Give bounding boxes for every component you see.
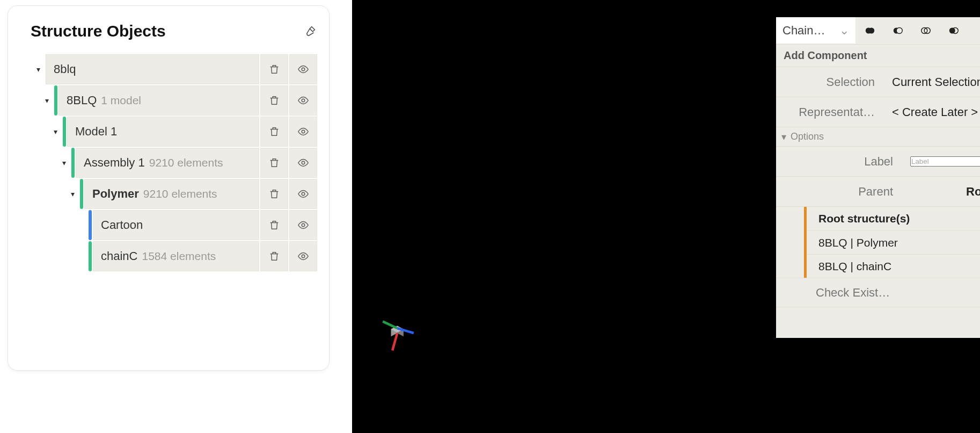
check-exist-label: Check Exist… [794,278,902,307]
selection-value[interactable]: Current Selection [883,67,980,97]
trash-icon [268,219,280,231]
set-op-union-icon[interactable] [857,17,883,44]
tree-row: Cartoon [31,210,317,240]
tree-caret [74,210,89,240]
eye-icon [297,95,309,106]
tree-row: ▾8blq [31,54,317,84]
representation-label: Representat… [776,97,883,127]
visibility-button[interactable] [289,54,317,84]
section-header: Add Component ✕ [776,44,980,67]
color-bar [63,117,66,147]
create-component-button[interactable]: ＋ Create Component [776,307,980,338]
eye-icon [297,250,309,262]
visibility-button[interactable] [289,85,317,116]
axes-gizmo[interactable] [369,304,418,352]
tree-node-label: Assembly 1 [84,156,145,170]
tree-node[interactable]: Polymer9210 elements [84,179,259,209]
delete-button[interactable] [260,54,288,84]
tree-caret[interactable]: ▾ [48,117,63,147]
tree-caret [74,241,89,271]
visibility-button[interactable] [289,179,317,209]
svg-point-6 [302,255,305,258]
delete-button[interactable] [260,241,288,271]
color-bar [54,85,57,116]
tree-node[interactable]: chainC1584 elements [93,241,259,271]
selection-value-text: Current Selection [892,75,980,89]
inspector-toolbar: Chain… ⌄ [776,17,980,44]
tree-node[interactable]: 8BLQ1 model [58,85,259,116]
sweep-icon[interactable] [304,25,317,38]
section-title-text: Add Component [784,49,867,62]
tree-caret[interactable]: ▾ [31,54,46,84]
tree-node[interactable]: Cartoon [93,210,259,240]
delete-button[interactable] [260,117,288,147]
parent-options-list: Root structure(s)8BLQ | Polymer8BLQ | ch… [804,207,980,278]
trash-icon [268,157,280,169]
check-exist-row: Check Exist… ✕ Off [776,278,980,307]
tree-node-label: 8blq [54,62,76,76]
representation-value[interactable]: < Create Later > [883,97,980,127]
trash-icon [268,188,280,200]
set-op-subtract-icon[interactable] [884,17,911,44]
tree-node-label: Polymer [92,187,139,201]
caret-down-icon: ▾ [45,96,49,105]
color-bar [80,179,83,209]
eye-icon [297,126,309,138]
tree-node[interactable]: 8blq [46,54,259,84]
tree-caret[interactable]: ▾ [39,85,54,116]
delete-button[interactable] [260,148,288,178]
set-op-set-icon[interactable] [940,17,967,44]
visibility-button[interactable] [289,210,317,240]
tree-node-label: 8BLQ [67,93,97,107]
visibility-button[interactable] [289,241,317,271]
tree-node-sub: 9210 elements [149,156,223,169]
delete-button[interactable] [260,179,288,209]
tree-node[interactable]: Assembly 19210 elements [76,148,259,178]
tree-node[interactable]: Model 1 [67,117,259,147]
selection-scope-dropdown[interactable]: Chain… ⌄ [776,17,855,44]
inspector-panel: Chain… ⌄ Add Component ✕ Selection Curre… [776,17,980,338]
parent-value[interactable]: Root structure(s) [Default] [902,177,980,206]
tree-row: ▾Model 1 [31,117,317,147]
label-field-label: Label [794,147,902,176]
representation-value-text: < Create Later > [892,105,978,119]
delete-button[interactable] [260,85,288,116]
color-bar [89,241,92,271]
viewport-3d[interactable]: Chain… ⌄ Add Component ✕ Selection Curre… [352,0,980,433]
svg-line-12 [392,333,397,350]
parent-value-text: Root structure(s) [Default] [966,185,980,199]
structure-objects-panel: Structure Objects ▾8blq▾8BLQ1 model▾Mode… [8,5,330,371]
label-input[interactable] [910,156,980,167]
svg-point-14 [868,27,874,33]
svg-point-4 [302,192,305,196]
visibility-button[interactable] [289,117,317,147]
svg-point-1 [302,99,305,102]
caret-down-icon: ▾ [71,190,75,198]
parent-option[interactable]: Root structure(s) [807,207,980,230]
trash-icon [268,63,280,75]
delete-button[interactable] [260,210,288,240]
structure-tree: ▾8blq▾8BLQ1 model▾Model 1▾Assembly 19210… [31,54,317,271]
trash-icon [268,250,280,262]
parent-option[interactable]: 8BLQ | Polymer [807,230,980,254]
tree-caret[interactable]: ▾ [56,148,71,178]
visibility-button[interactable] [289,148,317,178]
tree-node-label: chainC [101,249,137,263]
tree-node-label: Model 1 [75,125,117,139]
panel-header: Structure Objects [31,22,317,40]
tree-caret[interactable]: ▾ [65,179,80,209]
color-bar [71,148,75,178]
options-toggle[interactable]: ▾ Options [776,127,980,146]
label-row: Label [776,146,980,176]
set-op-intersect-icon[interactable] [912,17,939,44]
svg-point-5 [302,223,305,227]
parent-option[interactable]: 8BLQ | chainC [807,254,980,278]
eye-icon [297,219,309,231]
caret-down-icon: ▾ [54,127,57,136]
parent-options-wrap: Root structure(s)8BLQ | Polymer8BLQ | ch… [776,206,980,278]
eye-icon [297,188,309,200]
caret-down-icon: ▾ [781,131,786,143]
tree-node-sub: 9210 elements [143,187,217,200]
check-exist-toggle[interactable]: ✕ Off [902,278,980,307]
brush-icon[interactable] [974,17,980,44]
